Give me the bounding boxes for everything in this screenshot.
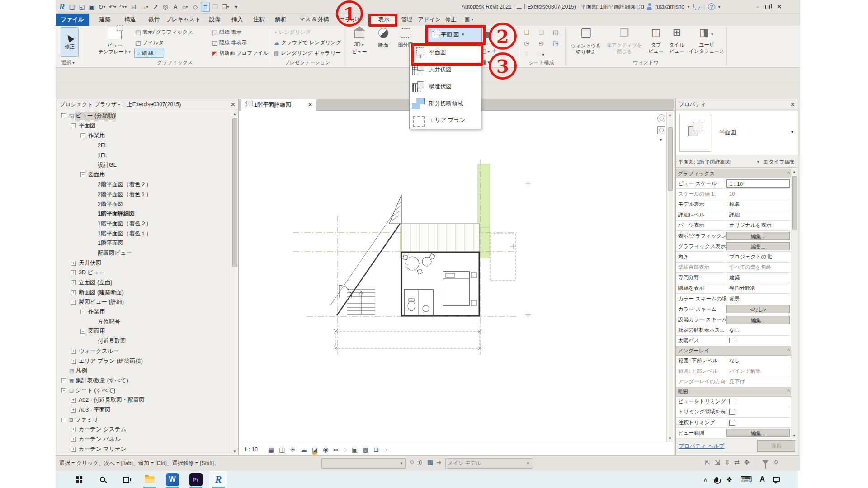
text-icon[interactable]: A [171, 2, 180, 12]
tree-item[interactable]: +A03 - 平面図 [57, 405, 231, 415]
guide-grid-icon[interactable]: ◴ [538, 40, 543, 47]
switch-windows-icon[interactable]: ❐▼ [221, 2, 231, 12]
tree-item[interactable]: +A02 - 付近見取図・配置図 [57, 395, 231, 405]
property-edit-button[interactable]: 編集... [726, 316, 790, 324]
tile-views-button[interactable]: ⊞ タイルビュー [665, 27, 689, 54]
ribbon-tab-6[interactable]: 挿入 [226, 14, 248, 26]
type-selector-caret-icon[interactable]: ▼ [790, 130, 794, 134]
ribbon-tab-14[interactable]: 修正 [440, 14, 462, 26]
expand-icon[interactable]: + [71, 408, 76, 413]
taskbar-premiere[interactable]: Pr [187, 471, 205, 488]
presentation-group-label[interactable]: プレゼンテーション [269, 59, 346, 66]
remove-hidden-lines-button[interactable]: ◲隠線 非表示 [212, 38, 247, 47]
title-block-icon[interactable]: ◫ [553, 29, 558, 36]
tree-item[interactable]: −作業用 [57, 131, 231, 141]
taskbar-start[interactable] [70, 471, 88, 488]
property-edit-button[interactable]: 編集... [726, 242, 790, 250]
sun-path-icon[interactable]: ☀ [290, 446, 296, 453]
redo-icon[interactable]: ↷▼ [118, 2, 128, 12]
select-links-icon[interactable]: ⇱ [705, 459, 710, 466]
tree-item[interactable]: −作業用 [57, 307, 231, 317]
expand-icon[interactable]: + [71, 447, 76, 452]
design-options-combo[interactable]: メイン モデル▼ [445, 458, 532, 469]
type-selector[interactable]: 平面図 ▼ [676, 111, 798, 155]
ribbon-tab-4[interactable]: プレキャスト [166, 14, 200, 26]
tree-item[interactable]: 配置図ビュー [57, 249, 231, 258]
shadows-icon[interactable]: ☁ [301, 446, 307, 453]
expand-icon[interactable]: + [71, 270, 76, 275]
expand-icon[interactable]: + [71, 290, 76, 295]
cut-profile-button[interactable]: ◩切断面 プロファイル [212, 48, 269, 58]
instance-selector-caret-icon[interactable]: ▼ [756, 160, 760, 164]
ribbon-tab-8[interactable]: 解析 [270, 14, 292, 26]
reveal-hidden-elements-icon[interactable]: ◌ [343, 446, 347, 453]
tree-item[interactable]: 2階平面図（着色１） [57, 190, 231, 200]
tree-item[interactable]: ▤凡例 [57, 366, 231, 376]
tree-item[interactable]: 1階平面図（着色２） [57, 219, 231, 229]
view-scale[interactable]: 1 : 10 [244, 446, 258, 453]
expand-icon[interactable]: + [71, 427, 76, 432]
viewport-icon[interactable]: ◳ [553, 40, 558, 47]
expand-icon[interactable]: + [71, 349, 76, 354]
reveal-constraints-icon[interactable]: ⊡ [373, 446, 379, 453]
collapse-icon[interactable]: − [61, 418, 66, 422]
minimize-button[interactable]: – [756, 4, 760, 10]
customize-quick-access-icon[interactable]: ▾ [231, 2, 241, 12]
measure-icon[interactable]: ↔▼ [139, 2, 150, 12]
ribbon-tab-7[interactable]: 注釈 [249, 14, 269, 26]
tree-item[interactable]: +3D ビュー [57, 268, 231, 278]
default-3d-view-icon[interactable]: ⌂▼ [181, 2, 190, 12]
detail-level-icon[interactable]: ▦ [268, 446, 274, 453]
property-section-header[interactable]: 範囲^ [676, 387, 792, 397]
taskbar-revit[interactable]: R [209, 471, 227, 488]
tree-item[interactable]: +カーテン パネル [57, 435, 231, 445]
tree-item[interactable]: 2階平面図 [57, 199, 231, 209]
temporary-hide-isolate-icon[interactable]: ∞ [334, 446, 338, 453]
taskbar-explorer[interactable] [141, 471, 159, 488]
drawing-area[interactable]: ▼ [239, 111, 674, 443]
tree-item[interactable]: 2FL [57, 141, 231, 150]
property-section-header[interactable]: グラフィックス^ [676, 169, 792, 178]
tree-item[interactable]: −製図ビュー (詳細) [57, 297, 231, 307]
vcb-collapse-icon[interactable]: ‹ [386, 446, 387, 453]
menu-item-3[interactable]: 構造伏図 [410, 78, 481, 95]
expand-icon[interactable]: + [71, 261, 76, 266]
collapse-icon[interactable]: − [80, 133, 85, 138]
tree-item[interactable]: +天井伏図 [57, 258, 231, 268]
collapse-icon[interactable]: − [71, 300, 76, 305]
tree-item[interactable]: +カーテン マリオン [57, 444, 231, 454]
tray-expand-icon[interactable]: ∧ [703, 476, 708, 483]
dropbox-icon[interactable]: ❖ [726, 475, 732, 484]
drag-on-selection-icon[interactable]: ✥ [744, 459, 750, 466]
ribbon-tab-3[interactable]: 鉄骨 [143, 14, 165, 26]
collapse-icon[interactable]: − [80, 172, 85, 177]
property-checkbox[interactable] [729, 399, 735, 404]
save-icon[interactable]: ▣ [87, 2, 96, 12]
tree-item[interactable]: +カーテン システム [57, 425, 231, 435]
ribbon-tab-5[interactable]: 設備 [204, 14, 226, 26]
ribbon-tab-12[interactable]: 管理 [397, 14, 416, 26]
tree-item[interactable]: 付近見取図 [57, 337, 231, 347]
sheet-group-label[interactable]: シート構成 [518, 59, 565, 66]
tree-item[interactable]: 設計GL [57, 160, 231, 170]
tree-item[interactable]: +ウォークスルー [57, 347, 231, 357]
project-browser-scrollbar[interactable]: ▲ ▼ [231, 111, 238, 455]
visual-style-icon[interactable]: ◫ [279, 446, 285, 453]
revit-logo-icon[interactable]: R [57, 2, 66, 12]
help-caret-icon[interactable]: ▼ [717, 5, 721, 9]
render-gallery-button[interactable]: ▦レンダリング ギャラリー [274, 48, 341, 58]
collapse-icon[interactable]: − [71, 123, 76, 128]
new-sheet-icon[interactable]: ❏ [524, 29, 529, 36]
render-in-cloud-button[interactable]: ☁クラウドで レンダリング [274, 38, 341, 47]
visibility-graphics-button[interactable]: ◳表示/ グラフィックス [135, 27, 193, 37]
microphone-icon[interactable] [715, 477, 718, 482]
open-icon[interactable]: ◱ [77, 2, 86, 12]
select-group-label[interactable]: 選択 ▼ [56, 59, 81, 66]
search-icon[interactable] [637, 5, 640, 9]
select-by-face-icon[interactable]: ⇄ [734, 459, 740, 466]
thin-lines-icon[interactable]: ≡ [201, 2, 210, 12]
project-browser-header[interactable]: プロジェクト ブラウザ - 二上Exercise0307(2015) ✕ [57, 99, 238, 110]
graphics-group-label[interactable]: グラフィックス [81, 59, 269, 66]
signed-in-user[interactable]: futakamisho [655, 4, 684, 10]
tree-item[interactable]: 1FL [57, 150, 231, 160]
